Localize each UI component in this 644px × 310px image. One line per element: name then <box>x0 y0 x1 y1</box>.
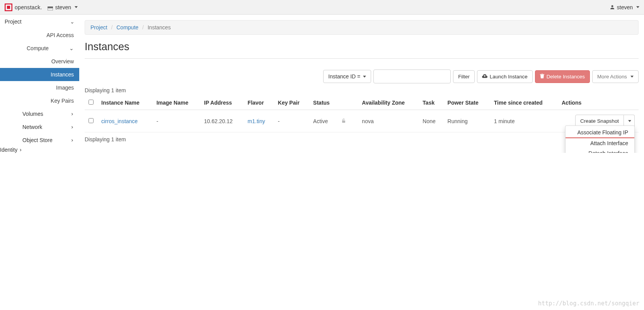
col-key-pair[interactable]: Key Pair <box>274 96 309 110</box>
chevron-right-icon: › <box>71 111 74 117</box>
col-actions: Actions <box>558 96 639 110</box>
cloud-upload-icon <box>482 74 487 80</box>
nav-network-toggle[interactable]: Network › <box>0 120 79 134</box>
project-name: steven <box>55 4 71 10</box>
nav-project-toggle[interactable]: Project ⌄ <box>0 15 79 29</box>
page-title: Instances <box>85 41 639 53</box>
cell-image-name: - <box>153 110 200 132</box>
toolbar: Instance ID = Filter Launch Instance Del… <box>85 69 639 83</box>
cell-status: Active <box>309 110 358 132</box>
action-menu-item[interactable]: Associate Floating IP <box>566 127 634 138</box>
table-row: cirros_instance - 10.62.20.12 m1.tiny - … <box>85 110 639 132</box>
filter-field-selector[interactable]: Instance ID = <box>323 70 371 83</box>
delete-instances-button[interactable]: Delete Instances <box>535 70 590 83</box>
svg-rect-2 <box>48 7 53 8</box>
nav-overview[interactable]: Overview <box>0 55 79 68</box>
caret-down-icon <box>75 6 78 8</box>
nav-instances[interactable]: Instances <box>0 68 79 81</box>
cell-task: None <box>419 110 443 132</box>
displaying-top: Displaying 1 item <box>85 87 639 93</box>
nav-project-label: Project <box>5 19 22 25</box>
cell-time-created: 1 minute <box>490 110 558 132</box>
filter-input[interactable] <box>373 69 451 83</box>
col-task[interactable]: Task <box>419 96 443 110</box>
nav-compute-label: Compute <box>5 45 69 51</box>
caret-down-icon <box>630 76 634 78</box>
row-actions-dropdown: Associate Floating IPAttach InterfaceDet… <box>565 125 635 153</box>
nav-object-store-label: Object Store <box>5 137 53 143</box>
select-all-checkbox[interactable] <box>89 100 94 105</box>
table-header-row: Instance Name Image Name IP Address Flav… <box>85 96 639 110</box>
action-menu-item[interactable]: Detach Interface <box>566 148 634 153</box>
col-az[interactable]: Availability Zone <box>358 96 419 110</box>
cell-actions: Create Snapshot Associate Floating IPAtt… <box>558 110 639 132</box>
chevron-right-icon: › <box>19 147 22 153</box>
launch-instance-button[interactable]: Launch Instance <box>477 70 533 83</box>
user-name: steven <box>617 4 633 10</box>
caret-down-icon <box>628 120 631 122</box>
action-menu-item[interactable]: Attach Interface <box>566 138 634 148</box>
more-actions-label: More Actions <box>597 74 627 80</box>
col-ip-address[interactable]: IP Address <box>200 96 244 110</box>
brand-logo[interactable]: openstack. <box>5 3 42 11</box>
col-status[interactable]: Status <box>309 96 358 110</box>
chevron-right-icon: › <box>71 124 74 130</box>
nav-volumes-label: Volumes <box>5 111 43 117</box>
breadcrumb-sep: / <box>140 24 146 30</box>
main-layout: Project ⌄ API Access Compute ⌄ Overview … <box>0 15 644 153</box>
flavor-link[interactable]: m1.tiny <box>248 118 265 124</box>
col-image-name[interactable]: Image Name <box>153 96 200 110</box>
user-menu[interactable]: steven <box>610 4 639 10</box>
delete-instances-label: Delete Instances <box>547 74 585 80</box>
caret-down-icon <box>636 6 639 8</box>
caret-down-icon <box>363 76 366 78</box>
breadcrumb-instances: Instances <box>148 24 171 30</box>
project-selector[interactable]: steven <box>48 4 78 10</box>
instance-name-link[interactable]: cirros_instance <box>101 118 138 124</box>
col-power-state[interactable]: Power State <box>444 96 490 110</box>
chevron-down-icon: ⌄ <box>70 19 75 25</box>
col-instance-name[interactable]: Instance Name <box>97 96 153 110</box>
nav-api-access[interactable]: API Access <box>0 29 79 42</box>
col-time-created[interactable]: Time since created <box>490 96 558 110</box>
nav-volumes-toggle[interactable]: Volumes › <box>0 107 79 120</box>
cell-az: nova <box>358 110 419 132</box>
svg-rect-5 <box>342 120 345 123</box>
nav-project-sublist: API Access Compute ⌄ Overview Instances … <box>0 29 79 147</box>
more-actions-button[interactable]: More Actions <box>592 70 639 83</box>
breadcrumb-project[interactable]: Project <box>90 24 107 30</box>
breadcrumb-compute[interactable]: Compute <box>116 24 138 30</box>
cell-instance-name: cirros_instance <box>97 110 153 132</box>
cell-key-pair: - <box>274 110 309 132</box>
brand-text: openstack. <box>15 4 42 10</box>
user-icon <box>610 4 615 10</box>
nav-project-group: Project ⌄ API Access Compute ⌄ Overview … <box>0 15 79 147</box>
unlock-icon <box>341 118 346 124</box>
chevron-right-icon: › <box>71 137 74 143</box>
content: Project / Compute / Instances Instances … <box>79 15 644 153</box>
nav-images[interactable]: Images <box>0 81 79 94</box>
nav-compute-toggle[interactable]: Compute ⌄ <box>0 42 79 55</box>
col-checkbox <box>85 96 97 110</box>
instances-table: Instance Name Image Name IP Address Flav… <box>85 96 639 132</box>
cell-power-state: Running <box>444 110 490 132</box>
displaying-bottom: Displaying 1 item <box>85 136 639 142</box>
filter-field-label: Instance ID = <box>328 73 360 80</box>
cell-flavor: m1.tiny <box>244 110 274 132</box>
cell-checkbox <box>85 110 97 132</box>
breadcrumb: Project / Compute / Instances <box>85 20 639 35</box>
status-text: Active <box>313 118 328 124</box>
openstack-logo-icon <box>5 3 12 11</box>
row-checkbox[interactable] <box>89 118 94 123</box>
topbar-left: openstack. steven <box>5 3 78 11</box>
filter-button[interactable]: Filter <box>453 70 475 83</box>
sidebar: Project ⌄ API Access Compute ⌄ Overview … <box>0 15 79 153</box>
nav-identity-label: Identity <box>0 147 17 153</box>
nav-object-store-toggle[interactable]: Object Store › <box>0 134 79 147</box>
nav-key-pairs[interactable]: Key Pairs <box>0 94 79 107</box>
nav-identity-toggle[interactable]: Identity › <box>0 147 79 153</box>
launch-instance-label: Launch Instance <box>490 74 528 80</box>
col-flavor[interactable]: Flavor <box>244 96 274 110</box>
divider <box>85 58 639 59</box>
project-icon <box>48 5 53 9</box>
